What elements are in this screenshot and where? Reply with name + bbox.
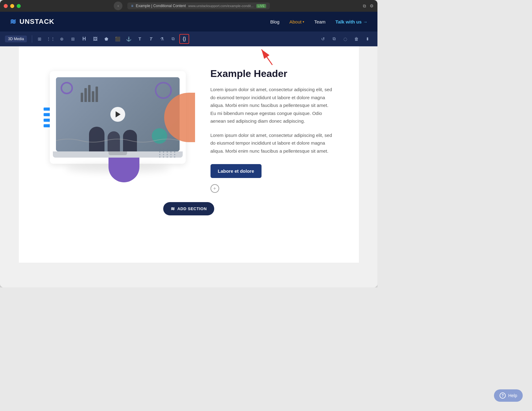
laptop-stand: [109, 151, 127, 155]
address-bar: ‹ ≡ Example | Conditional Content www.un…: [21, 2, 363, 10]
minimize-button[interactable]: [10, 4, 14, 8]
site-nav: ≋ UNSTACK Blog About ▾ Team Talk with us…: [0, 12, 377, 32]
shape-icon[interactable]: ⬟: [101, 34, 111, 44]
about-dropdown-arrow: ▾: [303, 20, 304, 23]
anchor-icon[interactable]: ⚓: [124, 34, 134, 44]
grid-icon[interactable]: ⊞: [35, 34, 45, 44]
logo-icon: ≋: [10, 17, 16, 26]
banner-icon[interactable]: ⬛: [113, 34, 122, 44]
url-text: www.unstacksupport.com/example-condit...: [188, 4, 254, 8]
toolbar: 3D Media ⊞ ⋮⋮ ⊕ ⊞ H 🖼 ⬟ ⬛ ⚓ T T ⚗ ⧉ {} ↺…: [0, 32, 377, 46]
cta-button[interactable]: Labore et dolore: [211, 164, 262, 178]
title-bar: ‹ ≡ Example | Conditional Content www.un…: [0, 0, 377, 12]
text-content: Example Header Lorem ipsum dolor sit ame…: [211, 65, 334, 193]
toolbar-right-actions: ↺ ⧉ ◌ 🗑 ⬍: [318, 34, 372, 44]
copy-icon[interactable]: ⧉: [363, 3, 366, 9]
maximize-button[interactable]: [17, 4, 21, 8]
url-bar[interactable]: ≡ Example | Conditional Content www.unst…: [127, 2, 270, 9]
nav-blog[interactable]: Blog: [270, 19, 279, 24]
text-t-icon[interactable]: T: [135, 34, 145, 44]
wave-line: [56, 136, 180, 145]
traffic-lights: [4, 4, 21, 8]
nav-about[interactable]: About ▾: [289, 19, 304, 24]
titlebar-actions: ⧉ ⚙: [363, 3, 374, 9]
back-button[interactable]: ‹: [114, 2, 122, 10]
logo: ≋ UNSTACK: [10, 17, 54, 26]
play-button[interactable]: [110, 107, 125, 122]
logo-text: UNSTACK: [19, 18, 54, 26]
nav-cta[interactable]: Talk with us →: [335, 19, 368, 24]
add-section-bar: ≋ ADD SECTION: [44, 193, 334, 225]
add-content-icon[interactable]: +: [211, 184, 219, 193]
undo-icon[interactable]: ↺: [318, 34, 328, 44]
nav-team[interactable]: Team: [314, 19, 326, 24]
columns-icon[interactable]: ⋮⋮: [46, 34, 56, 44]
hide-icon[interactable]: ◌: [340, 34, 350, 44]
live-badge: LIVE: [256, 4, 266, 8]
formula-icon[interactable]: ⚗: [157, 34, 167, 44]
content-para-2: Lorem ipsum dolor sit amet, consectetur …: [211, 131, 334, 155]
add-section-label: ADD SECTION: [177, 206, 207, 211]
expand-icon[interactable]: ⬍: [363, 34, 372, 44]
copy-block-icon[interactable]: ⧉: [329, 34, 339, 44]
page-title: Example | Conditional Content: [136, 4, 186, 8]
purple-shape-decoration: [109, 158, 139, 182]
close-button[interactable]: [4, 4, 8, 8]
conditional-icon[interactable]: {}: [179, 34, 189, 44]
heading-icon[interactable]: H: [79, 34, 89, 44]
nav-links: Blog About ▾ Team Talk with us →: [270, 19, 368, 24]
add-section-icon: ≋: [171, 206, 175, 212]
content-heading: Example Header: [211, 68, 334, 79]
media-illustration: [44, 65, 192, 170]
dot-grid-decoration: [159, 149, 177, 158]
move-icon[interactable]: ⊕: [57, 34, 67, 44]
add-section-button[interactable]: ≋ ADD SECTION: [163, 202, 214, 215]
page-content: Example Header Lorem ipsum dolor sit ame…: [19, 46, 359, 263]
settings-icon[interactable]: ⚙: [370, 3, 374, 8]
duplicate-icon[interactable]: ⧉: [168, 34, 178, 44]
delete-icon[interactable]: 🗑: [351, 34, 361, 44]
section-type-label: 3D Media: [5, 36, 27, 42]
content-section: Example Header Lorem ipsum dolor sit ame…: [44, 65, 334, 193]
content-para-1: Lorem ipsum dolor sit amet, consectetur …: [211, 86, 334, 125]
content-area: Example Header Lorem ipsum dolor sit ame…: [0, 46, 377, 287]
image-icon[interactable]: 🖼: [90, 34, 100, 44]
layout-icon[interactable]: ⊞: [68, 34, 78, 44]
video-placeholder[interactable]: [56, 77, 180, 151]
toolbar-separator-1: [32, 35, 32, 43]
text-icon[interactable]: T: [146, 34, 156, 44]
